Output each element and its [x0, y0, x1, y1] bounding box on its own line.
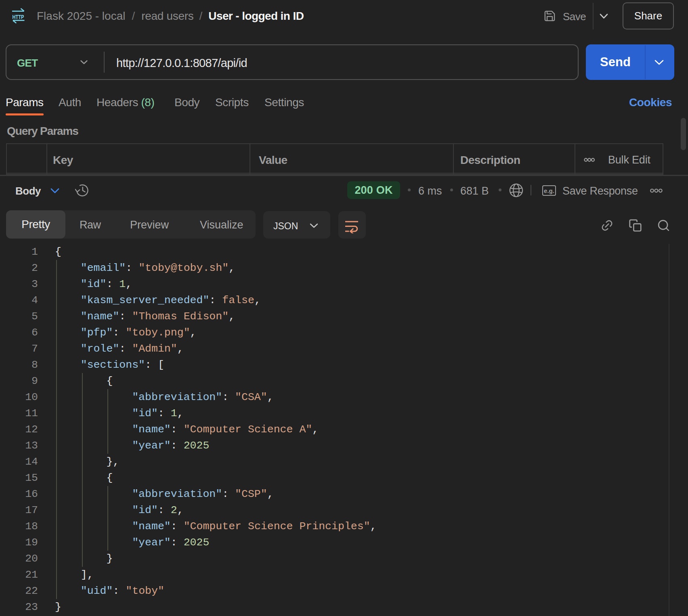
svg-text:HTTP: HTTP — [13, 13, 24, 20]
